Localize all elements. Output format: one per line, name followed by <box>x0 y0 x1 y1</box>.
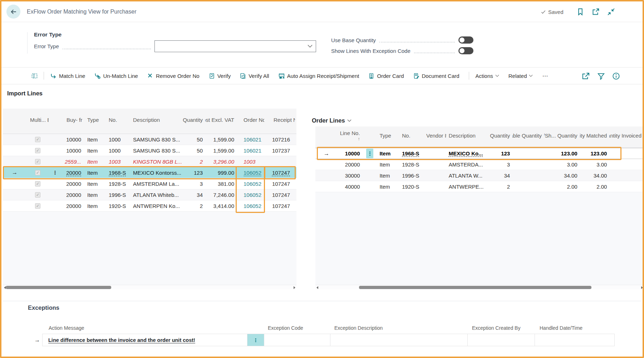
import-line-row[interactable]: ✓ 20000 Item 1920-S ANTWERPEN Ko... 2 3,… <box>3 200 296 212</box>
checkbox-checked-icon: ✓ <box>35 148 40 153</box>
col-header-description[interactable]: Description <box>447 126 487 148</box>
col-header-available-quantity[interactable]: Available Quantity <box>512 126 544 148</box>
order-no-link[interactable]: 106021 <box>236 145 264 156</box>
use-base-quantity-row: Use Base Quantity <box>331 36 473 44</box>
col-header-quantity-matched[interactable]: Quantity Matched <box>580 126 610 148</box>
scroll-right-arrow-icon[interactable] <box>641 286 643 289</box>
col-header-quantity[interactable]: Quantity <box>487 126 512 148</box>
order-no-link[interactable]: 106052 <box>236 178 264 189</box>
filter-icon[interactable] <box>597 72 605 80</box>
col-header-action-message[interactable]: Action Message <box>43 319 248 334</box>
cell-no: 1928-S <box>107 178 130 189</box>
import-lines-hscrollbar[interactable] <box>3 285 296 289</box>
exception-row-selected[interactable]: → Line difference between the invoice an… <box>32 334 618 346</box>
show-lines-exception-toggle[interactable] <box>458 47 473 54</box>
order-no-link[interactable]: 106052 <box>236 189 264 200</box>
cell-quantity-matched: 123.00 <box>580 148 610 159</box>
unmatch-line-button[interactable]: Un-Match Line <box>94 73 138 79</box>
col-header-available-received-quantity[interactable]: Available Received/Sh... Quantity <box>544 126 580 148</box>
document-card-button[interactable]: Document Card <box>413 73 459 79</box>
col-header-multi-error-lines-exist[interactable]: Multi... Error Lines Exist <box>26 109 49 134</box>
import-line-row-error[interactable]: ✓ 2559... Item 1003 KINGSTON 8GB L... 2 … <box>3 156 296 167</box>
verify-button[interactable]: Verify <box>209 73 231 79</box>
scrollbar-thumb[interactable] <box>6 286 111 289</box>
col-header-line-no[interactable]: Line No.↑ <box>338 126 363 148</box>
error-type-dropdown[interactable] <box>154 40 316 52</box>
auto-assign-receipt-shipment-button[interactable]: Auto Assign Receipt/Shipment <box>279 73 359 79</box>
col-header-handled-datetime[interactable]: Handled Date/Time <box>537 319 617 334</box>
scroll-left-arrow-icon[interactable] <box>316 286 318 289</box>
scroll-right-arrow-icon[interactable] <box>294 286 295 289</box>
receipt-no-link[interactable]: 107247 <box>264 167 295 178</box>
scrollbar-thumb[interactable] <box>359 286 591 289</box>
remove-order-no-button[interactable]: Remove Order No <box>147 73 200 79</box>
order-no-link[interactable]: 106052 <box>236 167 264 178</box>
share-icon[interactable] <box>581 72 590 80</box>
row-menu-icon[interactable]: ⋮ <box>247 334 264 346</box>
order-lines-table: Line No.↑ Type No. Vendor Item No. Descr… <box>315 126 644 289</box>
order-line-row[interactable]: 30000 Item 1996-S ATLANTA W... 34 34.00 … <box>315 170 644 181</box>
row-menu-icon[interactable]: ⋮ <box>366 149 373 158</box>
import-lines-table: Multi... Error Lines Exist Buy- from Ven… <box>3 109 296 289</box>
cell-line-no: 10000 <box>338 148 363 159</box>
cell-unit-cost: 1,599.00 <box>205 134 236 145</box>
order-line-row[interactable]: 20000 Item 1928-S AMSTERDA... 3 3.00 3.0… <box>315 159 644 170</box>
col-header-no[interactable]: No. <box>107 109 130 134</box>
selected-row-arrow-icon: → <box>32 334 43 346</box>
col-header-vendor-item-no[interactable]: Vendor Item No. <box>424 126 447 148</box>
import-lines-header-row: Multi... Error Lines Exist Buy- from Ven… <box>3 109 296 134</box>
col-header-direct-unit-cost[interactable]: Direct Unit Cost Excl. VAT <box>205 109 236 134</box>
col-header-buy-from-vendor-no[interactable]: Buy- from Ven... No. <box>62 109 82 134</box>
cell-exception-description[interactable] <box>330 334 468 346</box>
order-line-row[interactable]: 40000 Item 1920-S ANTWERPE... 2 2.00 2.0… <box>315 181 644 192</box>
menu-label: Actions <box>476 73 493 79</box>
import-line-row[interactable]: ✓ 20000 Item 1928-S AMSTERDAM La... 3 38… <box>3 178 296 189</box>
import-line-row[interactable]: ✓ 20000 Item 1996-S ATLANTA Whiteb... 34… <box>3 189 296 200</box>
cell-buy-from[interactable]: 20000 <box>62 167 82 178</box>
filter-group-title: Error Type <box>34 31 62 38</box>
action-message-link[interactable]: Line difference between the invoice and … <box>48 337 195 343</box>
col-header-no[interactable]: No. <box>400 126 424 148</box>
use-base-quantity-toggle[interactable] <box>458 36 473 44</box>
order-card-button[interactable]: Order Card <box>368 73 404 79</box>
related-menu[interactable]: Related <box>508 73 533 79</box>
col-header-receipt-no[interactable]: Receipt No <box>264 109 295 134</box>
col-header-description[interactable]: Description <box>130 109 182 134</box>
bookmark-icon[interactable] <box>576 8 584 16</box>
import-line-row-selected[interactable]: → ✓ ⋮ 20000 Item 1968-S MEXICO Kontorss.… <box>3 167 296 178</box>
info-icon[interactable] <box>612 72 620 80</box>
import-line-row[interactable]: ✓ 10000 Item 1000 SAMSUNG 830 S... 50 1,… <box>3 134 296 145</box>
order-lines-title[interactable]: Order Lines <box>312 117 352 124</box>
cell-description: AMSTERDAM La... <box>130 178 182 189</box>
collapse-icon[interactable] <box>607 8 615 16</box>
actions-menu[interactable]: Actions <box>476 73 499 79</box>
cell-exception-code[interactable] <box>264 334 330 346</box>
verify-all-button[interactable]: Verify All <box>240 73 269 79</box>
col-header-quantity-invoiced[interactable]: Quantity Invoiced <box>609 126 644 148</box>
col-header-exception-created-by[interactable]: Exception Created By <box>469 319 537 334</box>
col-header-quantity[interactable]: Quantity <box>182 109 205 134</box>
import-line-row[interactable]: ✓ 10000 Item 1000 SAMSUNG 830 S... 50 1,… <box>3 145 296 156</box>
order-no-link[interactable]: 106021 <box>236 134 264 145</box>
cell-no[interactable]: 1968-S <box>107 167 130 178</box>
more-options-icon[interactable]: ⋯ <box>542 73 549 79</box>
cell-no[interactable]: 1968-S <box>400 148 424 159</box>
cell-description[interactable]: MEXICO Ko... <box>447 148 487 159</box>
order-lines-hscrollbar[interactable] <box>315 285 644 289</box>
col-header-type[interactable]: Type <box>82 109 107 134</box>
order-no-link[interactable]: 106052 <box>236 200 264 211</box>
col-header-order-no[interactable]: Order No. <box>236 109 264 134</box>
error-type-label: Error Type <box>34 43 59 49</box>
col-header-exception-code[interactable]: Exception Code <box>265 319 331 334</box>
col-header-type[interactable]: Type <box>377 126 400 148</box>
cell-quantity-invoiced <box>609 148 644 159</box>
back-button[interactable] <box>6 5 20 19</box>
col-header-exception-description[interactable]: Exception Description <box>331 319 469 334</box>
match-line-button[interactable]: Match Line <box>50 73 85 79</box>
order-line-row-selected[interactable]: → 10000 ⋮ Item 1968-S MEXICO Ko... 123 1… <box>315 148 644 159</box>
toolbar-divider <box>44 72 44 80</box>
board-view-icon[interactable] <box>31 73 38 79</box>
cell-available-quantity <box>512 159 544 170</box>
row-menu-icon[interactable]: ⋮ <box>49 170 62 175</box>
popout-icon[interactable] <box>592 8 600 16</box>
